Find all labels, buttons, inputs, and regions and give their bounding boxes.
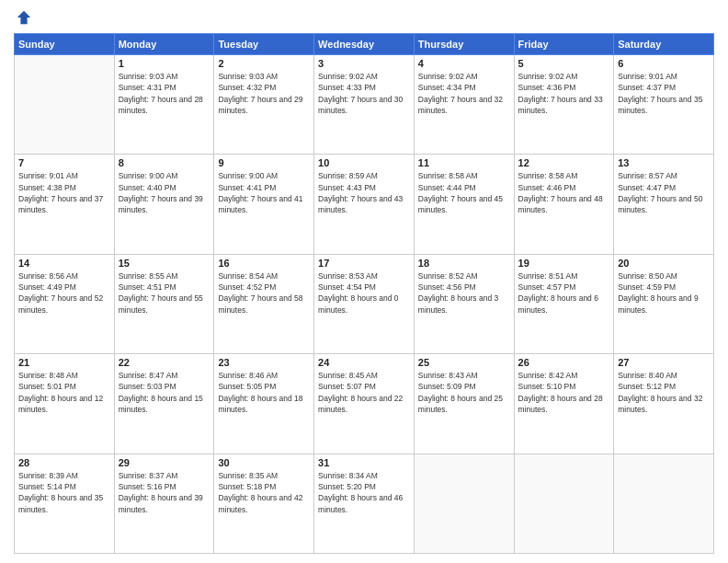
day-info: Sunrise: 8:58 AMSunset: 4:44 PMDaylight:… bbox=[418, 170, 510, 215]
day-info: Sunrise: 8:50 AMSunset: 4:59 PMDaylight:… bbox=[618, 270, 710, 316]
table-row: 6Sunrise: 9:01 AMSunset: 4:37 PMDaylight… bbox=[614, 55, 714, 155]
day-number: 26 bbox=[518, 357, 610, 368]
day-number: 10 bbox=[318, 157, 410, 168]
table-row: 10Sunrise: 8:59 AMSunset: 4:43 PMDayligh… bbox=[314, 155, 415, 254]
table-row: 26Sunrise: 8:42 AMSunset: 5:10 PMDayligh… bbox=[514, 354, 614, 454]
day-info: Sunrise: 9:02 AMSunset: 4:33 PMDaylight:… bbox=[318, 71, 410, 116]
table-row: 12Sunrise: 8:58 AMSunset: 4:46 PMDayligh… bbox=[514, 155, 614, 254]
day-info: Sunrise: 9:00 AMSunset: 4:40 PMDaylight:… bbox=[119, 170, 210, 215]
day-number: 5 bbox=[518, 58, 610, 69]
page: Sunday Monday Tuesday Wednesday Thursday… bbox=[0, 0, 728, 563]
table-row: 20Sunrise: 8:50 AMSunset: 4:59 PMDayligh… bbox=[614, 254, 714, 353]
table-row: 14Sunrise: 8:56 AMSunset: 4:49 PMDayligh… bbox=[15, 254, 115, 353]
svg-marker-0 bbox=[17, 11, 30, 24]
day-number: 2 bbox=[218, 58, 310, 69]
day-info: Sunrise: 8:54 AMSunset: 4:52 PMDaylight:… bbox=[218, 270, 310, 316]
day-info: Sunrise: 8:35 AMSunset: 5:18 PMDaylight:… bbox=[218, 470, 310, 515]
day-info: Sunrise: 9:03 AMSunset: 4:31 PMDaylight:… bbox=[119, 71, 210, 116]
day-info: Sunrise: 8:58 AMSunset: 4:46 PMDaylight:… bbox=[518, 170, 610, 215]
table-row: 27Sunrise: 8:40 AMSunset: 5:12 PMDayligh… bbox=[614, 354, 714, 454]
header-sunday: Sunday bbox=[15, 34, 115, 55]
day-number: 19 bbox=[518, 258, 610, 269]
day-info: Sunrise: 8:45 AMSunset: 5:07 PMDaylight:… bbox=[318, 370, 410, 415]
table-row: 24Sunrise: 8:45 AMSunset: 5:07 PMDayligh… bbox=[314, 354, 415, 454]
table-row: 5Sunrise: 9:02 AMSunset: 4:36 PMDaylight… bbox=[514, 55, 614, 155]
table-row bbox=[15, 55, 115, 155]
table-row: 22Sunrise: 8:47 AMSunset: 5:03 PMDayligh… bbox=[114, 354, 214, 454]
table-row: 9Sunrise: 9:00 AMSunset: 4:41 PMDaylight… bbox=[214, 155, 314, 254]
table-row: 16Sunrise: 8:54 AMSunset: 4:52 PMDayligh… bbox=[214, 254, 314, 353]
table-row: 23Sunrise: 8:46 AMSunset: 5:05 PMDayligh… bbox=[214, 354, 314, 454]
table-row: 13Sunrise: 8:57 AMSunset: 4:47 PMDayligh… bbox=[614, 155, 714, 254]
table-row: 1Sunrise: 9:03 AMSunset: 4:31 PMDaylight… bbox=[114, 55, 214, 155]
day-number: 20 bbox=[618, 258, 710, 269]
table-row: 28Sunrise: 8:39 AMSunset: 5:14 PMDayligh… bbox=[15, 454, 115, 553]
day-number: 24 bbox=[318, 357, 410, 368]
day-number: 3 bbox=[318, 58, 410, 69]
table-row bbox=[414, 454, 514, 553]
day-number: 9 bbox=[218, 157, 310, 168]
table-row: 15Sunrise: 8:55 AMSunset: 4:51 PMDayligh… bbox=[114, 254, 214, 353]
table-row: 30Sunrise: 8:35 AMSunset: 5:18 PMDayligh… bbox=[214, 454, 314, 553]
day-info: Sunrise: 8:51 AMSunset: 4:57 PMDaylight:… bbox=[518, 270, 610, 316]
table-row: 4Sunrise: 9:02 AMSunset: 4:34 PMDaylight… bbox=[414, 55, 514, 155]
table-row: 19Sunrise: 8:51 AMSunset: 4:57 PMDayligh… bbox=[514, 254, 614, 353]
day-number: 18 bbox=[418, 258, 510, 269]
day-number: 22 bbox=[119, 357, 210, 368]
day-info: Sunrise: 8:42 AMSunset: 5:10 PMDaylight:… bbox=[518, 370, 610, 415]
day-info: Sunrise: 9:01 AMSunset: 4:37 PMDaylight:… bbox=[618, 71, 710, 116]
table-row bbox=[614, 454, 714, 553]
day-number: 27 bbox=[618, 357, 710, 368]
day-number: 16 bbox=[218, 258, 310, 269]
calendar-week-row: 1Sunrise: 9:03 AMSunset: 4:31 PMDaylight… bbox=[15, 55, 714, 155]
table-row: 31Sunrise: 8:34 AMSunset: 5:20 PMDayligh… bbox=[314, 454, 415, 553]
calendar-week-row: 28Sunrise: 8:39 AMSunset: 5:14 PMDayligh… bbox=[15, 454, 714, 553]
table-row: 18Sunrise: 8:52 AMSunset: 4:56 PMDayligh… bbox=[414, 254, 514, 353]
header-monday: Monday bbox=[114, 34, 214, 55]
table-row bbox=[514, 454, 614, 553]
logo-icon bbox=[16, 9, 32, 26]
day-number: 31 bbox=[318, 457, 410, 468]
weekday-header-row: Sunday Monday Tuesday Wednesday Thursday… bbox=[15, 34, 714, 55]
day-info: Sunrise: 8:48 AMSunset: 5:01 PMDaylight:… bbox=[18, 370, 110, 415]
day-info: Sunrise: 8:53 AMSunset: 4:54 PMDaylight:… bbox=[318, 270, 410, 316]
table-row: 29Sunrise: 8:37 AMSunset: 5:16 PMDayligh… bbox=[114, 454, 214, 553]
day-info: Sunrise: 8:40 AMSunset: 5:12 PMDaylight:… bbox=[618, 370, 710, 415]
day-info: Sunrise: 8:56 AMSunset: 4:49 PMDaylight:… bbox=[18, 270, 110, 316]
day-info: Sunrise: 8:55 AMSunset: 4:51 PMDaylight:… bbox=[119, 270, 210, 316]
table-row: 11Sunrise: 8:58 AMSunset: 4:44 PMDayligh… bbox=[414, 155, 514, 254]
day-info: Sunrise: 8:57 AMSunset: 4:47 PMDaylight:… bbox=[618, 170, 710, 215]
day-number: 21 bbox=[18, 357, 110, 368]
table-row: 2Sunrise: 9:03 AMSunset: 4:32 PMDaylight… bbox=[214, 55, 314, 155]
day-number: 15 bbox=[119, 258, 210, 269]
header bbox=[14, 9, 714, 26]
day-info: Sunrise: 9:01 AMSunset: 4:38 PMDaylight:… bbox=[18, 170, 110, 215]
day-number: 4 bbox=[418, 58, 510, 69]
day-number: 30 bbox=[218, 457, 310, 468]
day-number: 6 bbox=[618, 58, 710, 69]
day-number: 28 bbox=[18, 457, 110, 468]
day-number: 11 bbox=[418, 157, 510, 168]
table-row: 7Sunrise: 9:01 AMSunset: 4:38 PMDaylight… bbox=[15, 155, 115, 254]
day-number: 13 bbox=[618, 157, 710, 168]
table-row: 21Sunrise: 8:48 AMSunset: 5:01 PMDayligh… bbox=[15, 354, 115, 454]
header-tuesday: Tuesday bbox=[214, 34, 314, 55]
calendar-table: Sunday Monday Tuesday Wednesday Thursday… bbox=[14, 33, 714, 554]
day-info: Sunrise: 9:02 AMSunset: 4:36 PMDaylight:… bbox=[518, 71, 610, 116]
day-info: Sunrise: 9:03 AMSunset: 4:32 PMDaylight:… bbox=[218, 71, 310, 116]
day-info: Sunrise: 9:00 AMSunset: 4:41 PMDaylight:… bbox=[218, 170, 310, 215]
logo bbox=[14, 9, 32, 26]
day-info: Sunrise: 8:59 AMSunset: 4:43 PMDaylight:… bbox=[318, 170, 410, 215]
header-saturday: Saturday bbox=[614, 34, 714, 55]
day-info: Sunrise: 8:43 AMSunset: 5:09 PMDaylight:… bbox=[418, 370, 510, 415]
table-row: 25Sunrise: 8:43 AMSunset: 5:09 PMDayligh… bbox=[414, 354, 514, 454]
day-number: 14 bbox=[18, 258, 110, 269]
table-row: 3Sunrise: 9:02 AMSunset: 4:33 PMDaylight… bbox=[314, 55, 415, 155]
day-number: 29 bbox=[119, 457, 210, 468]
header-wednesday: Wednesday bbox=[314, 34, 415, 55]
day-number: 1 bbox=[119, 58, 210, 69]
day-number: 17 bbox=[318, 258, 410, 269]
header-friday: Friday bbox=[514, 34, 614, 55]
day-info: Sunrise: 8:47 AMSunset: 5:03 PMDaylight:… bbox=[119, 370, 210, 415]
header-thursday: Thursday bbox=[414, 34, 514, 55]
